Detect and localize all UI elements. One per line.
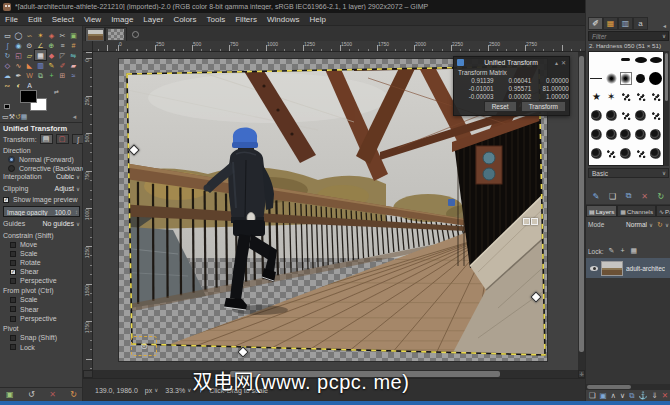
brush-cell[interactable]	[589, 127, 604, 142]
brush-cell[interactable]: ★	[589, 90, 604, 105]
brush-cell[interactable]	[589, 108, 604, 123]
dock-menu-icon[interactable]: ◂	[660, 21, 669, 30]
tool-fuzzy-select[interactable]: ✶	[35, 30, 46, 40]
constrain-scale[interactable]: Scale	[10, 250, 38, 257]
tool-pencil[interactable]: ✎	[46, 60, 57, 70]
navigation-icon[interactable]: ✛	[578, 370, 585, 378]
switch-mode-icon[interactable]: ↻	[657, 221, 663, 229]
brush-cell[interactable]	[604, 52, 619, 67]
brush-cell[interactable]	[619, 146, 634, 161]
lock-alpha[interactable]: ▦	[631, 247, 638, 255]
tool-eraser[interactable]: ▰	[68, 60, 79, 70]
tool-scale[interactable]: ◱	[13, 50, 24, 60]
tool-airbrush[interactable]: ☁	[2, 70, 13, 80]
brush-cell[interactable]	[648, 127, 663, 142]
new-brush[interactable]: ❏	[609, 192, 616, 201]
tool-paths[interactable]: ʃ	[2, 40, 13, 50]
patterns-tab[interactable]: ▦	[603, 17, 618, 30]
tool-align[interactable]: ≡	[57, 40, 68, 50]
tool-smudge[interactable]: ∾	[2, 80, 13, 90]
tool-handle-transform[interactable]: ◆	[46, 50, 57, 60]
new-layer[interactable]: ❏	[589, 392, 596, 400]
tool-dodge-burn[interactable]: ◐	[13, 80, 24, 90]
tool-crop[interactable]: #	[68, 40, 79, 50]
restore-tool-preset[interactable]: ↺	[28, 390, 35, 399]
tool-select-by-color[interactable]: ◈	[46, 30, 57, 40]
from-pivot-perspective[interactable]: Perspective	[10, 315, 57, 322]
tool-measure[interactable]: ∠	[35, 40, 46, 50]
brush-cell[interactable]	[604, 146, 619, 161]
brush-cell[interactable]	[589, 52, 604, 67]
pivot-snap-shift-[interactable]: Snap (Shift)	[10, 334, 57, 341]
tool-heal[interactable]: +	[46, 70, 57, 80]
horizontal-ruler[interactable]: 0250500750100012501500175020002250250027…	[93, 41, 585, 52]
brush-cell[interactable]	[633, 127, 648, 142]
merge-layer[interactable]: ⇓	[652, 392, 658, 400]
tool-warp-transform[interactable]: ∿	[13, 60, 24, 70]
tool-bucket-fill[interactable]: ◣	[24, 60, 35, 70]
menu-file[interactable]: File	[0, 15, 23, 24]
interpolation-dropdown[interactable]: Interpolation Cubic∨	[3, 173, 80, 180]
brush-cell[interactable]	[633, 71, 648, 86]
tool-shear[interactable]: ▱	[24, 50, 35, 60]
transform-button[interactable]: Transform	[521, 101, 566, 112]
vertical-ruler[interactable]: 02505007501000125015001750	[83, 52, 93, 396]
new-layer-group[interactable]: ▣	[600, 392, 607, 400]
delete-brush[interactable]: ✕	[641, 192, 648, 201]
brush-cell[interactable]	[619, 108, 634, 123]
tool-perspective[interactable]: ◸	[57, 50, 68, 60]
scrollbar-thumb[interactable]	[665, 53, 668, 101]
direction-corrective-backward-[interactable]: Corrective (Backward)	[8, 165, 88, 172]
tab-paths[interactable]: ∿Paths	[656, 205, 670, 217]
tool-blur-sharpen[interactable]: ≈	[68, 70, 79, 80]
dock-menu-icon[interactable]: ◂	[68, 113, 81, 121]
pivot-lock[interactable]: Lock	[10, 344, 35, 351]
tool-options-tab[interactable]: ▭	[2, 113, 9, 121]
tool-color-picker[interactable]: ◉	[13, 40, 24, 50]
brush-cell[interactable]	[619, 71, 634, 86]
brush-cell[interactable]	[633, 108, 648, 123]
menu-image[interactable]: Image	[106, 15, 138, 24]
constrain-shear[interactable]: ✓Shear	[10, 268, 39, 275]
brush-cell[interactable]	[633, 52, 648, 67]
image-tab-active[interactable]	[85, 27, 105, 41]
brush-filter-input[interactable]: Filter ∨	[588, 31, 669, 41]
images-tab[interactable]: ▦	[21, 113, 28, 121]
constrain-rotate[interactable]: Rotate	[10, 259, 41, 266]
mode-dropdown[interactable]: Normal∨	[626, 221, 653, 228]
tool-rotate[interactable]: ↻	[2, 50, 13, 60]
tool-cage-transform[interactable]: ◇	[2, 60, 13, 70]
transform-layer[interactable]: ▤	[40, 134, 53, 144]
menu-edit[interactable]: Edit	[23, 15, 47, 24]
tool-clone[interactable]: ⧉	[35, 70, 46, 80]
brush-cell[interactable]	[648, 71, 663, 86]
save-tool-preset[interactable]: ▣	[6, 390, 14, 399]
swap-colors-icon[interactable]: ⇄	[54, 88, 59, 95]
foreground-color-swatch[interactable]	[20, 90, 37, 103]
menu-view[interactable]: View	[79, 15, 106, 24]
raise-layer[interactable]: ∧	[610, 392, 616, 400]
brush-cell[interactable]	[589, 146, 604, 161]
ruler-corner[interactable]	[83, 41, 93, 52]
constrain-perspective[interactable]: Perspective	[10, 277, 57, 284]
chevron-down-icon[interactable]: ∨	[665, 222, 669, 228]
lock-position[interactable]: +	[620, 247, 624, 255]
image-opacity-slider[interactable]: Image opacity 100.0 ↕	[3, 206, 80, 217]
anchor-layer[interactable]: ⚓	[638, 392, 647, 400]
brush-cell[interactable]	[619, 127, 634, 142]
delete-tool-preset[interactable]: ✕	[49, 390, 56, 399]
tool-foreground-select[interactable]: ▣	[68, 30, 79, 40]
tool-unified-transform[interactable]: ▦	[35, 50, 46, 60]
brush-cell[interactable]: ✶	[604, 90, 619, 105]
duplicate-layer[interactable]: ⧉	[629, 392, 634, 400]
dialog-title-bar[interactable]: Unified Transform ▴ ✕	[454, 57, 569, 68]
guides-dropdown[interactable]: Guides No guides∨	[3, 220, 80, 227]
fonts-tab[interactable]: a	[633, 17, 648, 30]
tool-zoom[interactable]: ⊙	[24, 40, 35, 50]
default-colors-icon[interactable]	[4, 104, 10, 109]
close-icon[interactable]: ✕	[561, 59, 566, 66]
brush-cell[interactable]	[604, 127, 619, 142]
direction-normal-forward-[interactable]: Normal (Forward)	[8, 156, 74, 163]
brush-cell[interactable]	[633, 146, 648, 161]
tool-flip[interactable]: ⇋	[68, 50, 79, 60]
